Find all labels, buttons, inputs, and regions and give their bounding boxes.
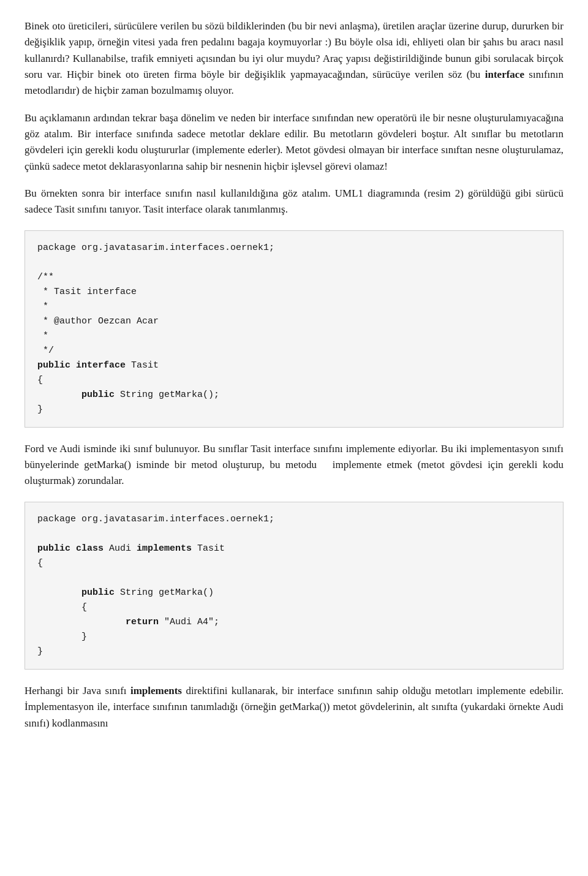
code-block-2: package org.javatasarim.interfaces.oerne… <box>24 502 564 670</box>
paragraph-3: Bu örnekten sonra bir interface sınıfın … <box>24 186 564 218</box>
page-content: Binek oto üreticileri, sürücülere verile… <box>24 18 564 731</box>
paragraph-2: Bu açıklamanın ardından tekrar başa döne… <box>24 110 564 175</box>
code-block-1: package org.javatasarim.interfaces.oerne… <box>24 230 564 428</box>
paragraph-4: Ford ve Audi isminde iki sınıf bulunuyor… <box>24 441 564 489</box>
paragraph-5: Herhangi bir Java sınıfı implements dire… <box>24 683 564 731</box>
paragraph-1: Binek oto üreticileri, sürücülere verile… <box>24 18 564 99</box>
